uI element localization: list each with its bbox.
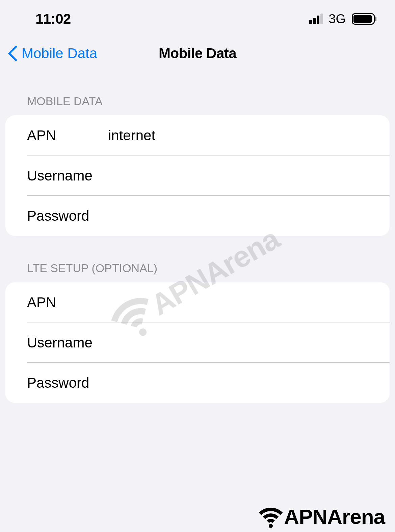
- section-header: MOBILE DATA: [5, 95, 390, 108]
- apn-input[interactable]: [108, 127, 368, 144]
- navigation-bar: Mobile Data Mobile Data: [0, 34, 395, 75]
- chevron-left-icon: [8, 45, 18, 62]
- lte-password-input[interactable]: [108, 375, 368, 391]
- status-indicators: 3G: [309, 12, 375, 26]
- section-header: LTE SETUP (OPTIONAL): [5, 262, 390, 275]
- watermark-corner: APNArena: [260, 505, 385, 529]
- row-lte-apn[interactable]: APN: [5, 282, 390, 322]
- field-label: APN: [27, 127, 108, 144]
- field-label: Password: [27, 375, 108, 391]
- field-label: Username: [27, 335, 108, 351]
- lte-username-input[interactable]: [108, 335, 368, 351]
- field-label: APN: [27, 294, 108, 311]
- field-label: Password: [27, 208, 108, 224]
- password-input[interactable]: [108, 208, 368, 224]
- back-label: Mobile Data: [22, 45, 97, 62]
- settings-group: APN Username Password: [5, 115, 390, 236]
- wifi-icon: [260, 507, 282, 527]
- network-type: 3G: [328, 12, 346, 26]
- row-apn[interactable]: APN: [5, 115, 390, 155]
- back-button[interactable]: Mobile Data: [8, 45, 97, 62]
- lte-apn-input[interactable]: [108, 294, 368, 311]
- status-time: 11:02: [35, 11, 71, 27]
- row-lte-password[interactable]: Password: [5, 363, 390, 403]
- cellular-signal-icon: [309, 14, 323, 24]
- field-label: Username: [27, 168, 108, 184]
- username-input[interactable]: [108, 168, 368, 184]
- settings-group: APN Username Password: [5, 282, 390, 403]
- section-lte-setup: LTE SETUP (OPTIONAL) APN Username Passwo…: [0, 262, 395, 403]
- battery-icon: [352, 13, 375, 25]
- status-bar: 11:02 3G: [0, 0, 395, 34]
- row-username[interactable]: Username: [5, 155, 390, 196]
- row-lte-username[interactable]: Username: [5, 322, 390, 363]
- watermark-text: APNArena: [284, 505, 385, 529]
- section-mobile-data: MOBILE DATA APN Username Password: [0, 95, 395, 236]
- row-password[interactable]: Password: [5, 196, 390, 236]
